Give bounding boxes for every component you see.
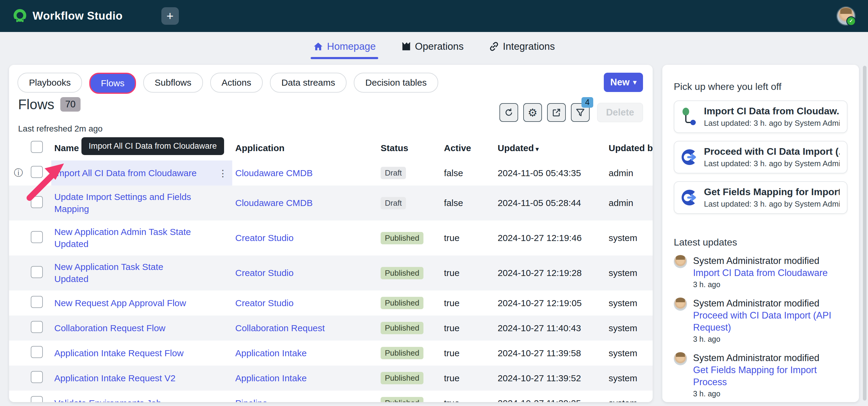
application-link[interactable]: Application Intake [232, 366, 378, 391]
row-checkbox[interactable] [31, 296, 43, 308]
row-checkbox[interactable] [31, 321, 43, 333]
filter-button[interactable]: 4 [571, 103, 590, 122]
pill-decision-tables[interactable]: Decision tables [354, 73, 438, 93]
tab-operations[interactable]: Operations [401, 32, 464, 61]
application-link[interactable]: Cloudaware CMDB [232, 186, 378, 220]
row-checkbox[interactable] [31, 166, 43, 178]
latest-updates-list: System Administrator modified Import CI … [674, 255, 850, 402]
operations-chart-icon [401, 41, 411, 52]
application-link[interactable]: Collaboration Request [232, 315, 378, 341]
kebab-menu-icon[interactable]: ⋮ [218, 168, 227, 178]
application-link[interactable]: Cloudaware CMDB [232, 160, 378, 186]
flow-name-cell[interactable]: New Application Admin Task State Updated [51, 220, 232, 255]
export-flow-icon [682, 188, 697, 207]
pickup-card[interactable]: Import CI Data from Cloudaw... Last upda… [674, 100, 847, 133]
application-link[interactable]: Creator Studio [232, 290, 378, 315]
active-value: true [441, 290, 495, 315]
info-icon[interactable]: ⓘ [14, 168, 23, 178]
user-avatar[interactable]: ✓ [837, 7, 855, 25]
application-link[interactable]: Creator Studio [232, 220, 378, 255]
export-button[interactable] [547, 103, 566, 122]
delete-button[interactable]: Delete [597, 103, 643, 122]
pickup-card[interactable]: Get Fields Mapping for Import... Last up… [674, 181, 847, 214]
updated-by-value: system [606, 255, 653, 290]
application-link[interactable]: Creator Studio [232, 255, 378, 290]
row-checkbox[interactable] [31, 266, 43, 278]
updated-by-value: admin [606, 186, 653, 220]
update-flow-link[interactable]: Get Fields Mapping for Import Process [693, 364, 850, 388]
select-all-checkbox[interactable] [31, 141, 43, 153]
row-checkbox[interactable] [31, 396, 43, 402]
row-checkbox[interactable] [31, 196, 43, 208]
application-link[interactable]: Pipeline [232, 391, 378, 402]
pill-playbooks[interactable]: Playbooks [18, 73, 82, 93]
active-value: true [441, 391, 495, 402]
flow-name-cell[interactable]: New Application Task State Updated [51, 255, 232, 290]
page-scrollbar[interactable] [863, 66, 867, 401]
table-row: Validate Environments Job Pipeline Publi… [9, 391, 653, 402]
updated-value: 2024-10-27 11:39:52 [495, 366, 606, 391]
user-avatar [674, 298, 687, 311]
user-avatar [674, 255, 687, 268]
add-tab-button[interactable]: + [161, 7, 179, 25]
activity-panel: Pick up where you left off Import CI Dat… [662, 65, 859, 402]
updated-by-value: system [606, 391, 653, 402]
top-navbar: Workflow Studio + ✓ [0, 0, 868, 32]
flow-name-cell[interactable]: Application Intake Request Flow [51, 341, 232, 366]
pill-data-streams[interactable]: Data streams [270, 73, 346, 93]
col-header-updated-by[interactable]: Updated by [606, 137, 653, 160]
updated-by-value: system [606, 315, 653, 341]
update-actor-text: System Administrator modified [693, 298, 850, 310]
workflow-studio-logo-icon [13, 9, 27, 23]
table-row: Update Import Settings and Fields Mappin… [9, 186, 653, 220]
update-flow-link[interactable]: Proceed with CI Data Import (API Request… [693, 310, 850, 334]
flow-name-cell[interactable]: Application Intake Request V2 [51, 366, 232, 391]
last-refreshed-text: Last refreshed 2m ago [18, 124, 102, 134]
new-button[interactable]: New ▾ [604, 73, 643, 92]
pill-actions[interactable]: Actions [210, 73, 263, 93]
flow-name-cell[interactable]: New Request App Approval Flow [51, 290, 232, 315]
status-badge: Published [381, 267, 424, 279]
settings-button[interactable]: ⚙ [523, 103, 542, 122]
flows-panel: Playbooks Flows Subflows Actions Data st… [9, 65, 653, 402]
flow-name-cell[interactable]: Update Import Settings and Fields Mappin… [51, 186, 232, 220]
table-row: Application Intake Request V2 Applicatio… [9, 366, 653, 391]
flow-name-cell[interactable]: Validate Environments Job [51, 391, 232, 402]
export-icon [552, 108, 561, 117]
col-header-application[interactable]: Application [232, 137, 378, 160]
updated-by-value: admin [606, 160, 653, 186]
updated-value: 2024-10-27 11:40:43 [495, 315, 606, 341]
active-value: true [441, 255, 495, 290]
update-time: 3 h. ago [693, 389, 850, 398]
flow-name-cell[interactable]: Import All CI Data from Cloudaware⋮ [51, 160, 232, 186]
updated-by-value: system [606, 366, 653, 391]
table-row: ⓘ Import All CI Data from Cloudaware⋮ Cl… [9, 160, 653, 186]
update-time: 3 h. ago [693, 280, 828, 289]
row-checkbox[interactable] [31, 231, 43, 243]
updated-value: 2024-10-27 12:19:46 [495, 220, 606, 255]
pickup-card-title: Get Fields Mapping for Import... [704, 186, 840, 197]
table-row: Application Intake Request Flow Applicat… [9, 341, 653, 366]
flows-table: Name Application Status Active Updated▾ … [9, 137, 653, 402]
pickup-section-title: Pick up where you left off [674, 81, 781, 92]
application-link[interactable]: Application Intake [232, 341, 378, 366]
pill-flows[interactable]: Flows [89, 73, 136, 94]
updated-by-value: system [606, 290, 653, 315]
update-flow-link[interactable]: Import CI Data from Cloudaware [693, 267, 828, 279]
flow-name-cell[interactable]: Collaboration Request Flow [51, 315, 232, 341]
pickup-card[interactable]: Proceed with CI Data Import (... Last up… [674, 141, 847, 174]
col-header-status[interactable]: Status [378, 137, 441, 160]
row-checkbox[interactable] [31, 346, 43, 358]
row-checkbox[interactable] [31, 371, 43, 383]
pickup-card-subtitle: Last updated: 3 h. ago by System Adminis… [704, 119, 840, 128]
col-header-updated[interactable]: Updated▾ [495, 137, 606, 160]
table-row: New Request App Approval Flow Creator St… [9, 290, 653, 315]
refresh-button[interactable] [499, 103, 518, 122]
list-heading: Flows 70 [18, 96, 81, 113]
active-value: false [441, 186, 495, 220]
tab-integrations[interactable]: Integrations [489, 32, 555, 61]
col-header-active[interactable]: Active [441, 137, 495, 160]
pill-subflows[interactable]: Subflows [143, 73, 203, 93]
count-badge: 70 [60, 97, 80, 112]
tab-homepage[interactable]: Homepage [313, 32, 375, 61]
